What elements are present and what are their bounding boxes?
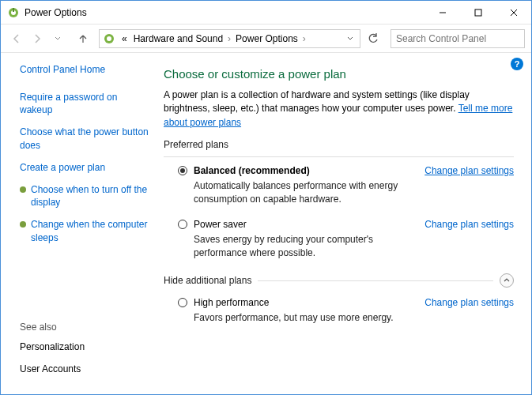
divider — [258, 280, 493, 281]
up-button[interactable] — [74, 29, 92, 48]
plan-power-saver: Power saver Change plan settings Saves e… — [164, 219, 514, 260]
breadcrumb-power-options[interactable]: Power Options — [232, 33, 301, 44]
page-heading: Choose or customize a power plan — [164, 67, 514, 81]
power-options-icon — [7, 6, 20, 19]
see-also-label: See also — [20, 322, 149, 333]
svg-point-8 — [107, 36, 111, 41]
sidebar-link-password-wakeup[interactable]: Require a password on wakeup — [20, 91, 149, 116]
sidebar-link-user-accounts[interactable]: User Accounts — [20, 363, 149, 375]
control-panel-home-link[interactable]: Control Panel Home — [20, 64, 149, 75]
divider — [164, 156, 514, 157]
plan-balanced: Balanced (recommended) Change plan setti… — [164, 165, 514, 206]
help-icon[interactable]: ? — [511, 58, 523, 70]
minimize-button[interactable] — [424, 1, 460, 24]
sidebar-link-computer-sleeps[interactable]: Change when the computer sleeps — [20, 218, 149, 243]
svg-rect-4 — [475, 9, 481, 16]
page-description: A power plan is a collection of hardware… — [164, 88, 514, 130]
radio-high-performance[interactable] — [178, 298, 187, 307]
collapse-button[interactable] — [500, 273, 514, 288]
breadcrumb-dropdown[interactable] — [344, 33, 357, 44]
plan-desc-balanced: Automatically balances performance with … — [178, 179, 514, 206]
hide-additional-label: Hide additional plans — [164, 275, 251, 286]
preferred-plans-label: Preferred plans — [164, 139, 514, 150]
breadcrumb[interactable]: « Hardware and Sound › Power Options › — [99, 29, 360, 48]
plan-name-high-performance: High performance — [194, 297, 424, 308]
change-plan-balanced[interactable]: Change plan settings — [424, 165, 514, 176]
recent-dropdown[interactable] — [48, 29, 67, 48]
bullet-icon — [20, 221, 26, 228]
change-plan-power-saver[interactable]: Change plan settings — [424, 219, 514, 230]
sidebar-item-label: Change when the computer sleeps — [31, 218, 149, 243]
sidebar-link-create-plan[interactable]: Create a power plan — [20, 161, 149, 174]
hide-additional-plans-row[interactable]: Hide additional plans — [164, 273, 514, 288]
radio-power-saver[interactable] — [178, 220, 187, 229]
sidebar: Control Panel Home Require a password on… — [1, 53, 159, 394]
plan-desc-power-saver: Saves energy by reducing your computer's… — [178, 233, 514, 260]
change-plan-high-performance[interactable]: Change plan settings — [424, 297, 514, 308]
radio-balanced[interactable] — [178, 166, 187, 175]
chevron-right-icon: › — [301, 33, 308, 44]
sidebar-link-personalization[interactable]: Personalization — [20, 340, 149, 353]
close-button[interactable] — [496, 1, 531, 24]
navbar: « Hardware and Sound › Power Options › — [1, 24, 531, 53]
chevron-right-icon: › — [226, 33, 232, 44]
titlebar: Power Options — [1, 1, 531, 24]
sidebar-item-label: Choose when to turn off the display — [31, 183, 149, 209]
plan-name-power-saver: Power saver — [194, 219, 424, 230]
search-input[interactable] — [391, 29, 525, 48]
breadcrumb-hardware-sound[interactable]: Hardware and Sound — [130, 33, 226, 44]
sidebar-link-turn-off-display[interactable]: Choose when to turn off the display — [20, 183, 149, 209]
power-options-icon — [103, 32, 115, 45]
sidebar-link-power-button[interactable]: Choose what the power button does — [20, 126, 149, 151]
breadcrumb-overflow[interactable]: « — [119, 33, 130, 44]
plan-desc-high-performance: Favors performance, but may use more ene… — [178, 311, 514, 325]
svg-rect-2 — [13, 8, 14, 12]
description-text: A power plan is a collection of hardware… — [164, 89, 470, 114]
bullet-icon — [20, 186, 26, 193]
refresh-button[interactable] — [362, 29, 384, 48]
window-title: Power Options — [25, 7, 424, 18]
plan-name-balanced: Balanced (recommended) — [194, 165, 424, 176]
content: ? Choose or customize a power plan A pow… — [159, 53, 531, 394]
plan-high-performance: High performance Change plan settings Fa… — [164, 297, 514, 325]
back-button[interactable] — [7, 29, 26, 48]
forward-button[interactable] — [28, 29, 47, 48]
radio-checked-icon — [180, 168, 185, 173]
maximize-button[interactable] — [460, 1, 496, 24]
